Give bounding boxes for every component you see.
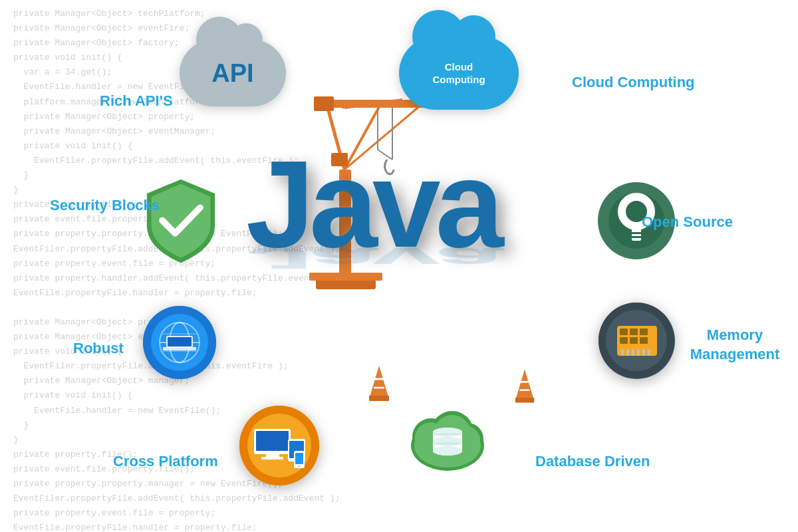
svg-rect-44 <box>642 349 645 356</box>
svg-rect-81 <box>515 398 535 403</box>
memory-management-label: Memory Management <box>672 326 798 364</box>
svg-marker-80 <box>515 369 535 401</box>
cross-platform-label: Cross Platform <box>113 452 218 471</box>
open-source-label: Open Source <box>642 213 733 232</box>
svg-point-71 <box>433 428 462 437</box>
svg-rect-30 <box>168 337 192 346</box>
api-cloud-container: API <box>180 40 286 106</box>
java-title: Java Java <box>246 143 499 300</box>
cc-inner-text: CloudComputing <box>432 61 485 86</box>
svg-marker-76 <box>369 366 389 399</box>
cloud-computing-label: Cloud Computing <box>572 73 695 92</box>
rich-api-label: Rich API'S <box>100 92 173 111</box>
database-driven-icon <box>404 396 491 478</box>
api-cloud-text: API <box>211 59 253 88</box>
svg-rect-51 <box>261 457 283 460</box>
security-blocks-label: Security Blocks <box>50 196 160 215</box>
robust-label: Robust <box>73 339 124 358</box>
svg-rect-35 <box>630 329 638 335</box>
security-shield-icon <box>136 174 226 267</box>
cc-cloud-shape: CloudComputing <box>399 37 519 110</box>
svg-rect-56 <box>295 453 303 464</box>
database-driven-label: Database Driven <box>535 452 650 471</box>
api-cloud-shape: API <box>180 40 286 106</box>
svg-rect-40 <box>621 349 624 356</box>
cross-platform-icon <box>239 406 319 485</box>
traffic-cone-1 <box>366 362 392 402</box>
svg-rect-49 <box>256 431 289 451</box>
svg-rect-34 <box>620 329 628 335</box>
cloud-computing-cloud: CloudComputing <box>399 37 519 110</box>
traffic-cone-2 <box>512 366 537 404</box>
svg-rect-42 <box>632 349 634 356</box>
diagram-container: API Rich API'S CloudComputing Cloud Comp… <box>0 0 798 532</box>
robust-icon <box>143 306 216 379</box>
svg-rect-45 <box>648 349 650 356</box>
svg-point-57 <box>299 466 301 467</box>
svg-rect-39 <box>640 337 648 344</box>
svg-rect-19 <box>632 236 641 238</box>
memory-management-icon <box>598 303 675 379</box>
svg-point-72 <box>433 437 462 446</box>
svg-point-73 <box>433 446 462 456</box>
java-reflection: Java <box>246 253 499 263</box>
svg-rect-43 <box>637 349 640 356</box>
svg-rect-9 <box>314 96 334 111</box>
svg-point-17 <box>630 205 643 218</box>
svg-rect-37 <box>620 337 628 344</box>
svg-rect-38 <box>630 337 638 344</box>
svg-rect-20 <box>632 232 641 234</box>
svg-rect-41 <box>626 349 629 356</box>
svg-rect-36 <box>640 329 648 335</box>
svg-rect-77 <box>369 396 389 401</box>
